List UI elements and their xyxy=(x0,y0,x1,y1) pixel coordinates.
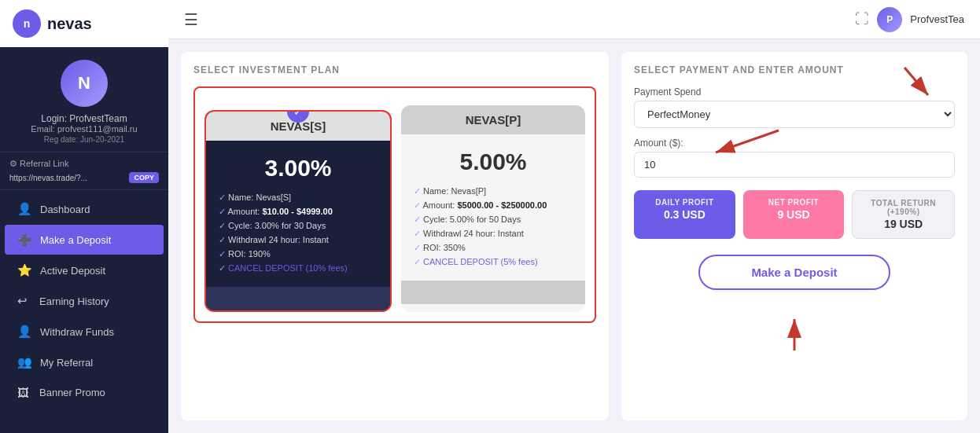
sidebar-logo: n nevas xyxy=(0,0,168,47)
feature-name: Name: Nevas[P] xyxy=(411,186,576,196)
sidebar-item-active-deposit[interactable]: ⭐ Active Deposit xyxy=(5,255,164,285)
content-area: SELECT INVESTMENT PLAN ✓ NEVAS[S] 3.00% … xyxy=(168,39,980,433)
net-profit-box: Net Profit 9 USD xyxy=(743,190,845,239)
plan-card-nevas-p[interactable]: NEVAS[P] 5.00% Name: Nevas[P] Amount: $5… xyxy=(401,105,585,312)
feature-withdrawl: Withdrawl 24 hour: Instant xyxy=(411,229,576,239)
investment-panel: SELECT INVESTMENT PLAN ✓ NEVAS[S] 3.00% … xyxy=(181,52,609,420)
referral-link-row: https://nevas.trade/?... COPY xyxy=(9,172,159,183)
sidebar-item-label: Make a Deposit xyxy=(40,234,111,246)
feature-name: Name: Nevas[S] xyxy=(216,193,381,203)
total-return-box: Total Return (+190%) 19 USD xyxy=(852,190,955,239)
make-deposit-button[interactable]: Make a Deposit xyxy=(698,255,891,290)
earning-history-icon: ↩ xyxy=(17,294,31,308)
daily-profit-value: 0.3 USD xyxy=(643,208,726,221)
sidebar-item-label: Withdraw Funds xyxy=(40,326,114,338)
hamburger-icon[interactable]: ☰ xyxy=(184,10,198,29)
plans-container: ✓ NEVAS[S] 3.00% Name: Nevas[S] Amount: … xyxy=(193,86,596,323)
sidebar-item-label: Active Deposit xyxy=(40,265,105,277)
sidebar: n nevas N Login: ProfvestTeam Email: pro… xyxy=(0,0,168,433)
plan-footer xyxy=(401,281,585,304)
banner-icon: 🖼 xyxy=(17,386,31,399)
feature-amount: Amount: $5000.00 - $250000.00 xyxy=(411,200,576,211)
payment-spend-select[interactable]: PerfectMoney Bitcoin Ethereum xyxy=(634,101,955,128)
logo-text: nevas xyxy=(47,15,92,33)
amount-input[interactable] xyxy=(634,152,955,178)
daily-profit-label: DAILY PROFIT xyxy=(643,198,726,207)
payment-spend-label: Payment Spend xyxy=(634,86,955,97)
feature-cycle: Cycle: 3.00% for 30 Days xyxy=(216,221,381,231)
sidebar-item-label: Banner Promo xyxy=(39,387,105,398)
referral-icon: 👥 xyxy=(17,355,32,369)
logo-icon: n xyxy=(13,9,41,38)
withdraw-icon: 👤 xyxy=(17,325,32,339)
plan-footer xyxy=(206,287,390,310)
profile-email: Email: profvest111@mail.ru xyxy=(31,124,137,134)
plan-name: NEVAS[P] xyxy=(401,105,585,134)
payment-panel: SELECT PAYMENT AND ENTER AMOUNT Payment … xyxy=(621,52,967,420)
profile-login: Login: ProfvestTeam xyxy=(41,113,127,124)
sidebar-item-dashboard[interactable]: 👤 Dashboard xyxy=(5,194,164,224)
user-name: ProfvestTea xyxy=(910,13,964,25)
daily-profit-box: DAILY PROFIT 0.3 USD xyxy=(634,190,735,239)
total-return-label: Total Return (+190%) xyxy=(862,199,945,216)
sidebar-item-label: Earning History xyxy=(39,295,109,307)
total-return-value: 19 USD xyxy=(862,218,945,230)
payment-panel-title: SELECT PAYMENT AND ENTER AMOUNT xyxy=(634,64,955,75)
net-profit-value: 9 USD xyxy=(753,208,835,221)
sidebar-item-label: Dashboard xyxy=(40,204,90,215)
feature-cycle: Cycle: 5.00% for 50 Days xyxy=(411,215,576,225)
referral-label: ⚙ Referral Link xyxy=(9,159,159,169)
net-profit-label: Net Profit xyxy=(753,198,835,207)
copy-button[interactable]: COPY xyxy=(129,172,159,183)
feature-roi: ROI: 350% xyxy=(411,243,576,253)
plan-rate: 5.00% xyxy=(401,134,585,186)
profit-row: DAILY PROFIT 0.3 USD Net Profit 9 USD To… xyxy=(634,190,955,239)
feature-roi: ROI: 190% xyxy=(216,249,381,259)
amount-label: Amount ($): xyxy=(634,138,955,149)
main-content: ☰ ⛶ P ProfvestTea SELECT INVESTMENT PLAN… xyxy=(168,0,980,433)
plan-card-nevas-s[interactable]: ✓ NEVAS[S] 3.00% Name: Nevas[S] Amount: … xyxy=(204,110,392,312)
header-right: ⛶ P ProfvestTea xyxy=(855,7,964,32)
sidebar-item-my-referral[interactable]: 👥 My Referral xyxy=(5,347,164,377)
avatar: N xyxy=(61,60,108,107)
sidebar-profile: N Login: ProfvestTeam Email: profvest111… xyxy=(0,47,168,152)
plan-features: Name: Nevas[S] Amount: $10.00 - $4999.00… xyxy=(206,193,390,287)
feature-amount: Amount: $10.00 - $4999.00 xyxy=(216,207,381,217)
referral-section: ⚙ Referral Link https://nevas.trade/?...… xyxy=(0,152,168,190)
sidebar-item-withdraw-funds[interactable]: 👤 Withdraw Funds xyxy=(5,317,164,347)
sidebar-item-earning-history[interactable]: ↩ Earning History xyxy=(5,286,164,316)
sidebar-nav: 👤 Dashboard ➕ Make a Deposit ⭐ Active De… xyxy=(0,190,168,433)
feature-cancel[interactable]: CANCEL DEPOSIT (5% fees) xyxy=(411,257,576,267)
active-deposit-icon: ⭐ xyxy=(17,263,32,277)
profile-regdate: Reg date: Jun-20-2021 xyxy=(44,135,124,144)
plan-features: Name: Nevas[P] Amount: $5000.00 - $25000… xyxy=(401,186,585,281)
sidebar-item-label: My Referral xyxy=(40,357,93,369)
sidebar-item-make-deposit[interactable]: ➕ Make a Deposit xyxy=(5,225,164,255)
sidebar-item-banner-promo[interactable]: 🖼 Banner Promo xyxy=(5,378,164,407)
top-header: ☰ ⛶ P ProfvestTea xyxy=(168,0,980,39)
referral-url: https://nevas.trade/?... xyxy=(9,174,124,182)
user-avatar: P xyxy=(877,7,902,32)
dashboard-icon: 👤 xyxy=(17,202,32,216)
feature-cancel[interactable]: CANCEL DEPOSIT (10% fees) xyxy=(216,263,381,273)
plan-rate: 3.00% xyxy=(206,141,390,193)
expand-icon[interactable]: ⛶ xyxy=(855,11,869,28)
feature-withdrawl: Withdrawl 24 hour: Instant xyxy=(216,235,381,245)
make-deposit-icon: ➕ xyxy=(17,233,32,247)
investment-panel-title: SELECT INVESTMENT PLAN xyxy=(193,64,596,75)
